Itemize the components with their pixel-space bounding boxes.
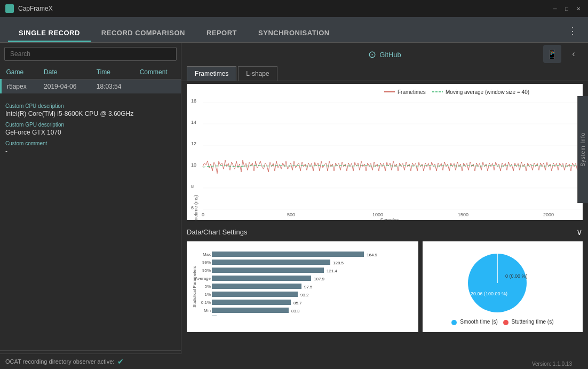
svg-text:107.9: 107.9	[314, 277, 325, 281]
svg-text:164.9: 164.9	[367, 253, 378, 257]
comment-value: -	[5, 147, 176, 155]
svg-text:Min: Min	[204, 308, 211, 313]
table-row[interactable]: r5apex 2019-04-06 18:03:54	[1, 80, 181, 94]
svg-text:Moving average (window size = : Moving average (window size = 40)	[446, 89, 529, 95]
nav-synchronisation[interactable]: SYNCHRONISATION	[248, 23, 340, 42]
svg-text:Frametime (ms): Frametime (ms)	[193, 195, 198, 220]
github-icon: ⊙	[368, 49, 376, 60]
cpu-label: Custom CPU description	[5, 103, 176, 109]
svg-text:0.1%: 0.1%	[201, 300, 211, 305]
cell-time: 18:03:54	[91, 80, 134, 94]
status-bar: OCAT recording directory observer active…	[0, 354, 181, 369]
svg-rect-34	[212, 276, 311, 281]
system-info-panel: Custom CPU description Intel(R) Core(TM)…	[0, 93, 181, 350]
svg-text:95%: 95%	[202, 268, 211, 273]
nav-record-comparison[interactable]: RECORD COMPARISON	[91, 23, 196, 42]
svg-text:5%: 5%	[204, 284, 211, 289]
phone-icon-button[interactable]: 📱	[543, 45, 561, 63]
cell-comment	[134, 80, 181, 94]
window-controls: ─ □ ✕	[551, 4, 583, 13]
nav-single-record[interactable]: SINGLE RECORD	[8, 23, 91, 42]
tab-frametimes[interactable]: Frametimes	[187, 66, 236, 81]
stutter-legend: Stuttering time (s)	[503, 319, 554, 325]
svg-rect-49	[212, 316, 217, 316]
search-input[interactable]	[4, 47, 177, 61]
github-header: ⊙ GitHub 📱 ‹	[181, 43, 588, 66]
cell-date: 2019-04-06	[38, 80, 91, 94]
system-info-tab[interactable]: System Info	[577, 96, 588, 203]
version-text: Version: 1.1.0.13	[532, 361, 572, 367]
settings-content: Statistical Parameters Max 164.9 99% 128…	[187, 241, 583, 332]
svg-text:128.5: 128.5	[333, 261, 344, 265]
svg-text:121.4: 121.4	[327, 269, 338, 273]
main-layout: Game Date Time Comment r5apex 2019-04-06…	[0, 43, 588, 369]
svg-text:8: 8	[191, 184, 194, 189]
svg-text:1500: 1500	[458, 212, 468, 217]
svg-text:93.2: 93.2	[300, 293, 309, 297]
svg-text:0 (0.00 %): 0 (0.00 %)	[505, 273, 528, 279]
tab-lshape[interactable]: L-shape	[238, 66, 277, 81]
cpu-value: Intel(R) Core(TM) i5-8600K CPU @ 3.60GHz	[5, 110, 176, 117]
svg-text:20.06 (100.00 %): 20.06 (100.00 %)	[471, 291, 507, 296]
github-link[interactable]: ⊙ GitHub	[368, 49, 401, 60]
svg-text:Average: Average	[195, 276, 211, 281]
nav-more-button[interactable]: ⋮	[565, 20, 580, 42]
svg-text:500: 500	[287, 212, 295, 217]
svg-text:14: 14	[191, 120, 196, 125]
svg-rect-37	[212, 284, 301, 289]
chart-svg: Frametimes Moving average (window size =…	[187, 84, 583, 220]
svg-text:12: 12	[191, 141, 196, 146]
app-icon	[5, 4, 14, 13]
col-game: Game	[1, 65, 39, 80]
settings-title: Data/Chart Settings	[187, 228, 247, 236]
col-date: Date	[38, 65, 91, 80]
status-text: OCAT recording directory observer active…	[5, 358, 114, 365]
settings-header[interactable]: Data/Chart Settings ∨	[187, 225, 583, 239]
stats-svg: Statistical Parameters Max 164.9 99% 128…	[189, 244, 416, 316]
search-container	[4, 47, 177, 61]
cell-game: r5apex	[1, 80, 39, 94]
col-comment: Comment	[134, 65, 181, 80]
svg-text:2000: 2000	[543, 212, 554, 217]
smooth-legend: Smooth time (s)	[451, 319, 497, 325]
maximize-button[interactable]: □	[562, 4, 571, 13]
system-info-label: System Info	[580, 132, 586, 167]
svg-text:Samples: Samples	[380, 217, 399, 220]
stats-bar-chart: Statistical Parameters Max 164.9 99% 128…	[187, 241, 418, 332]
gpu-label: Custom GPU description	[5, 122, 176, 128]
svg-text:Frametimes: Frametimes	[398, 89, 426, 95]
navbar: SINGLE RECORD RECORD COMPARISON REPORT S…	[0, 17, 588, 43]
comment-label: Custom comment	[5, 140, 176, 146]
svg-text:16: 16	[191, 98, 196, 104]
svg-rect-25	[212, 252, 364, 257]
svg-text:83.3: 83.3	[291, 309, 300, 313]
svg-rect-46	[212, 308, 289, 313]
settings-collapse-icon: ∨	[576, 227, 583, 237]
github-label: GitHub	[379, 51, 401, 59]
svg-rect-31	[212, 268, 324, 273]
chart-tabs: Frametimes L-shape	[181, 66, 588, 81]
svg-rect-28	[212, 260, 330, 265]
svg-rect-40	[212, 292, 298, 297]
svg-text:85.7: 85.7	[293, 301, 302, 305]
side-panel-toggle[interactable]: ‹	[565, 45, 583, 63]
close-button[interactable]: ✕	[574, 4, 583, 13]
svg-text:97.5: 97.5	[304, 285, 313, 289]
frametimes-chart: Frametimes Moving average (window size =…	[187, 84, 583, 220]
status-check-icon: ✔	[117, 357, 124, 366]
svg-text:0: 0	[202, 212, 204, 217]
record-table: Game Date Time Comment r5apex 2019-04-06…	[0, 65, 181, 93]
svg-text:10: 10	[191, 162, 196, 168]
col-time: Time	[91, 65, 134, 80]
settings-section: Data/Chart Settings ∨ Statistical Parame…	[181, 223, 588, 369]
pie-chart: 0 (0.00 %) 20.06 (100.00 %) Smooth time …	[423, 241, 583, 332]
titlebar: CapFrameX ─ □ ✕	[0, 0, 588, 17]
minimize-button[interactable]: ─	[551, 4, 559, 13]
svg-text:Statistical Parameters: Statistical Parameters	[192, 266, 197, 308]
svg-text:1%: 1%	[204, 292, 211, 297]
svg-text:99%: 99%	[202, 260, 211, 265]
pie-legend: Smooth time (s) Stuttering time (s)	[451, 319, 553, 325]
app-title: CapFrameX	[18, 5, 53, 12]
nav-report[interactable]: REPORT	[196, 23, 248, 42]
gpu-value: GeForce GTX 1070	[5, 129, 176, 136]
